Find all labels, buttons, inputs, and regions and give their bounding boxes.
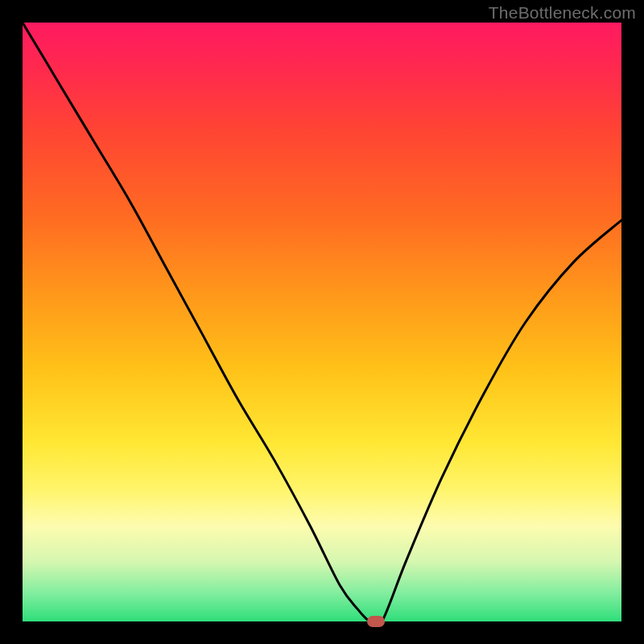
minimum-marker (367, 616, 385, 627)
chart-frame: TheBottleneck.com (0, 0, 644, 644)
watermark-text: TheBottleneck.com (489, 3, 636, 23)
bottleneck-curve (23, 23, 621, 621)
chart-plot-area (23, 23, 621, 621)
